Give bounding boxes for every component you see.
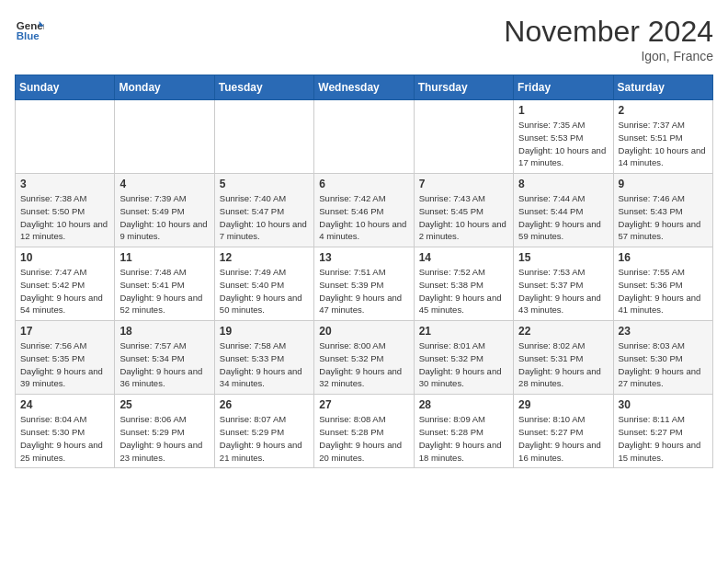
calendar-table: SundayMondayTuesdayWednesdayThursdayFrid…: [15, 75, 713, 468]
calendar-cell: 22Sunrise: 8:02 AM Sunset: 5:31 PM Dayli…: [514, 321, 613, 395]
day-info: Sunrise: 7:39 AM Sunset: 5:49 PM Dayligh…: [119, 192, 209, 243]
calendar-cell: 2Sunrise: 7:37 AM Sunset: 5:51 PM Daylig…: [613, 100, 712, 174]
page-header: General Blue November 2024 Igon, France: [15, 15, 713, 63]
day-info: Sunrise: 8:01 AM Sunset: 5:32 PM Dayligh…: [419, 339, 508, 390]
calendar-cell: 20Sunrise: 8:00 AM Sunset: 5:32 PM Dayli…: [314, 321, 414, 395]
week-row-3: 10Sunrise: 7:47 AM Sunset: 5:42 PM Dayli…: [16, 247, 713, 321]
day-info: Sunrise: 7:37 AM Sunset: 5:51 PM Dayligh…: [619, 119, 708, 169]
day-info: Sunrise: 7:48 AM Sunset: 5:41 PM Dayligh…: [119, 266, 209, 316]
day-info: Sunrise: 7:47 AM Sunset: 5:42 PM Dayligh…: [20, 266, 109, 316]
calendar-cell: 8Sunrise: 7:44 AM Sunset: 5:44 PM Daylig…: [514, 174, 613, 247]
day-number: 7: [419, 178, 508, 190]
day-info: Sunrise: 7:40 AM Sunset: 5:47 PM Dayligh…: [220, 192, 309, 243]
day-info: Sunrise: 7:51 AM Sunset: 5:39 PM Dayligh…: [319, 266, 408, 316]
day-number: 18: [119, 325, 209, 338]
day-number: 10: [20, 251, 109, 264]
day-number: 1: [518, 104, 608, 117]
calendar-cell: 21Sunrise: 8:01 AM Sunset: 5:32 PM Dayli…: [414, 321, 513, 395]
col-header-monday: Monday: [115, 75, 214, 100]
calendar-cell: 19Sunrise: 7:58 AM Sunset: 5:33 PM Dayli…: [214, 321, 313, 395]
day-info: Sunrise: 7:55 AM Sunset: 5:36 PM Dayligh…: [619, 266, 708, 316]
calendar-cell: 4Sunrise: 7:39 AM Sunset: 5:49 PM Daylig…: [115, 174, 214, 247]
logo: General Blue: [15, 15, 44, 44]
header-row: SundayMondayTuesdayWednesdayThursdayFrid…: [16, 75, 713, 100]
day-number: 24: [20, 398, 109, 411]
calendar-cell: 27Sunrise: 8:08 AM Sunset: 5:28 PM Dayli…: [314, 395, 414, 468]
col-header-sunday: Sunday: [16, 75, 115, 100]
day-info: Sunrise: 7:35 AM Sunset: 5:53 PM Dayligh…: [518, 119, 608, 169]
calendar-cell: 25Sunrise: 8:06 AM Sunset: 5:29 PM Dayli…: [115, 395, 214, 468]
month-title: November 2024: [504, 15, 713, 49]
day-info: Sunrise: 8:03 AM Sunset: 5:30 PM Dayligh…: [619, 339, 708, 390]
week-row-5: 24Sunrise: 8:04 AM Sunset: 5:30 PM Dayli…: [16, 395, 713, 468]
title-block: November 2024 Igon, France: [504, 15, 713, 63]
col-header-friday: Friday: [514, 75, 613, 100]
day-number: 9: [619, 178, 708, 190]
day-info: Sunrise: 8:04 AM Sunset: 5:30 PM Dayligh…: [20, 413, 109, 464]
calendar-cell: 11Sunrise: 7:48 AM Sunset: 5:41 PM Dayli…: [115, 247, 214, 321]
location: Igon, France: [504, 49, 713, 63]
day-number: 30: [619, 398, 708, 411]
day-number: 15: [518, 251, 608, 264]
col-header-wednesday: Wednesday: [314, 75, 414, 100]
day-info: Sunrise: 8:02 AM Sunset: 5:31 PM Dayligh…: [518, 339, 608, 390]
day-info: Sunrise: 7:56 AM Sunset: 5:35 PM Dayligh…: [20, 339, 109, 390]
calendar-cell: 7Sunrise: 7:43 AM Sunset: 5:45 PM Daylig…: [414, 174, 513, 247]
calendar-cell: 29Sunrise: 8:10 AM Sunset: 5:27 PM Dayli…: [514, 395, 613, 468]
calendar-cell: 5Sunrise: 7:40 AM Sunset: 5:47 PM Daylig…: [214, 174, 313, 247]
calendar-cell: 26Sunrise: 8:07 AM Sunset: 5:29 PM Dayli…: [214, 395, 313, 468]
day-info: Sunrise: 8:11 AM Sunset: 5:27 PM Dayligh…: [619, 413, 708, 464]
calendar-cell: 15Sunrise: 7:53 AM Sunset: 5:37 PM Dayli…: [514, 247, 613, 321]
week-row-2: 3Sunrise: 7:38 AM Sunset: 5:50 PM Daylig…: [16, 174, 713, 247]
day-number: 22: [518, 325, 608, 338]
day-info: Sunrise: 8:10 AM Sunset: 5:27 PM Dayligh…: [518, 413, 608, 464]
day-number: 17: [20, 325, 109, 338]
day-number: 25: [119, 398, 209, 411]
calendar-cell: 18Sunrise: 7:57 AM Sunset: 5:34 PM Dayli…: [115, 321, 214, 395]
calendar-cell: 16Sunrise: 7:55 AM Sunset: 5:36 PM Dayli…: [613, 247, 712, 321]
calendar-cell: 24Sunrise: 8:04 AM Sunset: 5:30 PM Dayli…: [16, 395, 115, 468]
calendar-cell: [16, 100, 115, 174]
day-number: 19: [220, 325, 309, 338]
day-number: 14: [419, 251, 508, 264]
svg-text:Blue: Blue: [17, 30, 40, 41]
calendar-cell: 23Sunrise: 8:03 AM Sunset: 5:30 PM Dayli…: [613, 321, 712, 395]
day-number: 5: [220, 178, 309, 190]
week-row-4: 17Sunrise: 7:56 AM Sunset: 5:35 PM Dayli…: [16, 321, 713, 395]
day-number: 2: [619, 104, 708, 117]
day-number: 8: [518, 178, 608, 190]
day-number: 6: [319, 178, 408, 190]
day-number: 12: [220, 251, 309, 264]
day-info: Sunrise: 8:08 AM Sunset: 5:28 PM Dayligh…: [319, 413, 408, 464]
col-header-saturday: Saturday: [613, 75, 712, 100]
week-row-1: 1Sunrise: 7:35 AM Sunset: 5:53 PM Daylig…: [16, 100, 713, 174]
day-info: Sunrise: 7:58 AM Sunset: 5:33 PM Dayligh…: [220, 339, 309, 390]
day-number: 27: [319, 398, 408, 411]
day-info: Sunrise: 7:49 AM Sunset: 5:40 PM Dayligh…: [220, 266, 309, 316]
day-info: Sunrise: 7:53 AM Sunset: 5:37 PM Dayligh…: [518, 266, 608, 316]
calendar-cell: [314, 100, 414, 174]
calendar-cell: [115, 100, 214, 174]
day-number: 28: [419, 398, 508, 411]
day-info: Sunrise: 8:06 AM Sunset: 5:29 PM Dayligh…: [119, 413, 209, 464]
day-number: 21: [419, 325, 508, 338]
day-number: 16: [619, 251, 708, 264]
day-info: Sunrise: 8:07 AM Sunset: 5:29 PM Dayligh…: [220, 413, 309, 464]
col-header-thursday: Thursday: [414, 75, 513, 100]
calendar-cell: 9Sunrise: 7:46 AM Sunset: 5:43 PM Daylig…: [613, 174, 712, 247]
day-number: 13: [319, 251, 408, 264]
calendar-cell: 1Sunrise: 7:35 AM Sunset: 5:53 PM Daylig…: [514, 100, 613, 174]
calendar-cell: 10Sunrise: 7:47 AM Sunset: 5:42 PM Dayli…: [16, 247, 115, 321]
calendar-cell: 17Sunrise: 7:56 AM Sunset: 5:35 PM Dayli…: [16, 321, 115, 395]
day-info: Sunrise: 7:46 AM Sunset: 5:43 PM Dayligh…: [619, 192, 708, 243]
calendar-cell: [414, 100, 513, 174]
calendar-cell: 28Sunrise: 8:09 AM Sunset: 5:28 PM Dayli…: [414, 395, 513, 468]
day-number: 23: [619, 325, 708, 338]
calendar-cell: 6Sunrise: 7:42 AM Sunset: 5:46 PM Daylig…: [314, 174, 414, 247]
day-number: 11: [119, 251, 209, 264]
day-info: Sunrise: 7:43 AM Sunset: 5:45 PM Dayligh…: [419, 192, 508, 243]
calendar-cell: 12Sunrise: 7:49 AM Sunset: 5:40 PM Dayli…: [214, 247, 313, 321]
calendar-cell: [214, 100, 313, 174]
calendar-cell: 30Sunrise: 8:11 AM Sunset: 5:27 PM Dayli…: [613, 395, 712, 468]
day-info: Sunrise: 8:00 AM Sunset: 5:32 PM Dayligh…: [319, 339, 408, 390]
